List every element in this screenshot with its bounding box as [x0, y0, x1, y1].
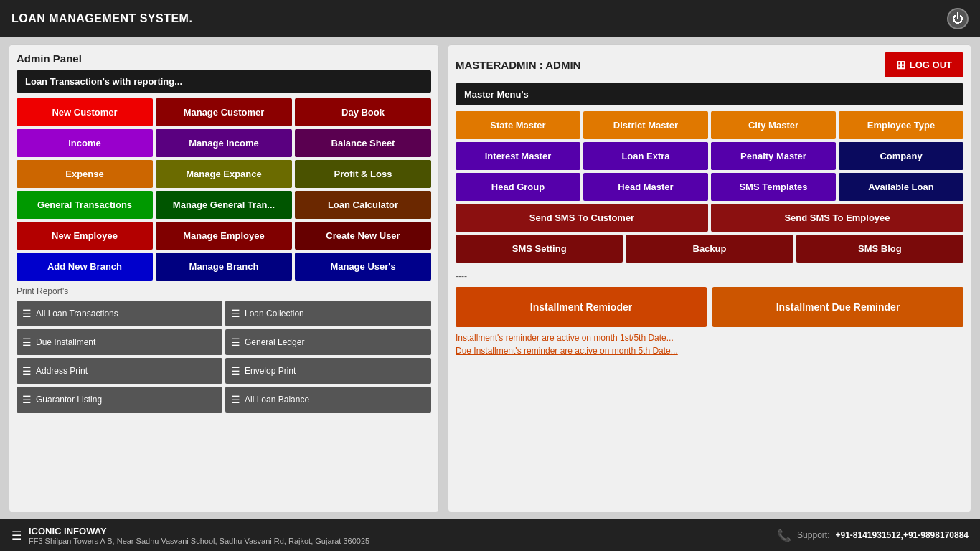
power-button[interactable]: ⏻: [947, 8, 969, 29]
reminder-buttons: Installment Remioder Installment Due Rem…: [456, 287, 963, 327]
user-title: MASTERADMIN : ADMIN: [456, 59, 580, 71]
footer-menu-icon: ☰: [11, 529, 22, 542]
list-icon: ☰: [231, 336, 240, 348]
guarantor-listing-button[interactable]: ☰ Guarantor Listing: [17, 387, 222, 413]
interest-master-button[interactable]: Interest Master: [456, 142, 580, 170]
loan-calculator-button[interactable]: Loan Calculator: [295, 191, 431, 219]
list-icon: ☰: [231, 394, 240, 405]
list-icon: ☰: [231, 365, 240, 377]
installment-due-reminder-button[interactable]: Installment Due Reminder: [712, 287, 963, 327]
footer: ☰ ICONIC INFOWAY FF3 Shilpan Towers A B,…: [0, 519, 980, 551]
reminder-links: Installment's reminder are active on mon…: [456, 333, 963, 356]
master-row2: Interest Master Loan Extra Penalty Maste…: [456, 142, 963, 170]
general-transactions-button[interactable]: General Transactions: [17, 191, 153, 219]
main-button-grid: New Customer Manage Customer Day Book In…: [17, 98, 431, 281]
expense-button[interactable]: Expense: [17, 160, 153, 188]
envelop-print-button[interactable]: ☰ Envelop Print: [225, 358, 431, 384]
power-icon: ⏻: [952, 12, 963, 25]
send-sms-employee-button[interactable]: Send SMS To Employee: [711, 204, 963, 232]
master-row3: Head Group Head Master SMS Templates Ava…: [456, 173, 963, 201]
create-new-user-button[interactable]: Create New User: [295, 222, 431, 250]
general-ledger-button[interactable]: ☰ General Ledger: [225, 329, 431, 355]
list-icon: ☰: [22, 336, 32, 348]
topbar: LOAN MANAGEMENT SYSTEM. ⏻: [0, 0, 980, 37]
logout-button[interactable]: ⊞ LOG OUT: [885, 52, 963, 77]
manage-income-button[interactable]: Manage Income: [156, 129, 292, 157]
income-button[interactable]: Income: [17, 129, 153, 157]
user-header: MASTERADMIN : ADMIN ⊞ LOG OUT: [456, 52, 963, 77]
backup-button[interactable]: Backup: [626, 235, 793, 263]
loan-transaction-bar: Loan Transaction's with reporting...: [17, 70, 431, 93]
installment-reminder-link[interactable]: Installment's reminder are active on mon…: [456, 333, 963, 343]
due-installment-reminder-link[interactable]: Due Installment's reminder are active on…: [456, 346, 963, 356]
left-panel: Admin Panel Loan Transaction's with repo…: [9, 44, 439, 512]
add-new-branch-button[interactable]: Add New Branch: [17, 253, 153, 281]
new-employee-button[interactable]: New Employee: [17, 222, 153, 250]
footer-company-name: ICONIC INFOWAY: [29, 526, 369, 537]
left-panel-header: Admin Panel: [17, 52, 431, 65]
footer-company-info: ICONIC INFOWAY FF3 Shilpan Towers A B, N…: [29, 526, 369, 545]
manage-expance-button[interactable]: Manage Expance: [156, 160, 292, 188]
list-icon: ☰: [231, 308, 240, 319]
city-master-button[interactable]: City Master: [711, 111, 836, 139]
footer-support-number: +91-8141931512,+91-9898170884: [835, 530, 969, 540]
employee-type-button[interactable]: Employee Type: [839, 111, 963, 139]
right-panel: MASTERADMIN : ADMIN ⊞ LOG OUT Master Men…: [448, 44, 971, 512]
due-installment-button[interactable]: ☰ Due Installment: [17, 329, 222, 355]
district-master-button[interactable]: District Master: [583, 111, 708, 139]
sms-setting-button[interactable]: SMS Setting: [456, 235, 623, 263]
head-master-button[interactable]: Head Master: [583, 173, 708, 201]
loan-extra-button[interactable]: Loan Extra: [583, 142, 708, 170]
list-icon: ☰: [22, 365, 32, 377]
reminder-dash: ----: [456, 271, 963, 281]
address-print-button[interactable]: ☰ Address Print: [17, 358, 222, 384]
available-loan-button[interactable]: Available Loan: [839, 173, 963, 201]
footer-right: 📞 Support: +91-8141931512,+91-9898170884: [777, 529, 969, 542]
state-master-button[interactable]: State Master: [456, 111, 580, 139]
footer-left: ☰ ICONIC INFOWAY FF3 Shilpan Towers A B,…: [11, 526, 369, 545]
installment-reminder-button[interactable]: Installment Remioder: [456, 287, 707, 327]
app-title: LOAN MANAGEMENT SYSTEM.: [11, 12, 192, 25]
list-icon: ☰: [22, 308, 32, 319]
master-menu-bar: Master Menu's: [456, 83, 963, 105]
settings-row: SMS Setting Backup SMS Blog: [456, 235, 963, 263]
master-row1: State Master District Master City Master…: [456, 111, 963, 139]
day-book-button[interactable]: Day Book: [295, 98, 431, 126]
manage-branch-button[interactable]: Manage Branch: [156, 253, 292, 281]
penalty-master-button[interactable]: Penalty Master: [711, 142, 836, 170]
all-loan-transactions-button[interactable]: ☰ All Loan Transactions: [17, 301, 222, 326]
sms-blog-button[interactable]: SMS Blog: [796, 235, 963, 263]
manage-general-tran-button[interactable]: Manage General Tran...: [156, 191, 292, 219]
grid-icon: ⊞: [896, 58, 905, 72]
loan-collection-button[interactable]: ☰ Loan Collection: [225, 301, 431, 326]
print-reports-label: Print Report's: [17, 286, 431, 296]
manage-employee-button[interactable]: Manage Employee: [156, 222, 292, 250]
report-grid: ☰ All Loan Transactions ☰ Loan Collectio…: [17, 301, 431, 413]
balance-sheet-button[interactable]: Balance Sheet: [295, 129, 431, 157]
manage-users-button[interactable]: Manage User's: [295, 253, 431, 281]
reminder-section: ---- Installment Remioder Installment Du…: [456, 271, 963, 356]
sms-row: Send SMS To Customer Send SMS To Employe…: [456, 204, 963, 232]
send-sms-customer-button[interactable]: Send SMS To Customer: [456, 204, 708, 232]
new-customer-button[interactable]: New Customer: [17, 98, 153, 126]
profit-loss-button[interactable]: Profit & Loss: [295, 160, 431, 188]
head-group-button[interactable]: Head Group: [456, 173, 580, 201]
sms-templates-button[interactable]: SMS Templates: [711, 173, 836, 201]
main-content: Admin Panel Loan Transaction's with repo…: [0, 37, 980, 519]
list-icon: ☰: [22, 394, 32, 405]
footer-support-label: Support:: [797, 530, 829, 540]
phone-icon: 📞: [777, 529, 791, 542]
company-button[interactable]: Company: [839, 142, 963, 170]
all-loan-balance-button[interactable]: ☰ All Loan Balance: [225, 387, 431, 413]
manage-customer-button[interactable]: Manage Customer: [156, 98, 292, 126]
footer-address: FF3 Shilpan Towers A B, Near Sadhu Vasva…: [29, 537, 369, 545]
